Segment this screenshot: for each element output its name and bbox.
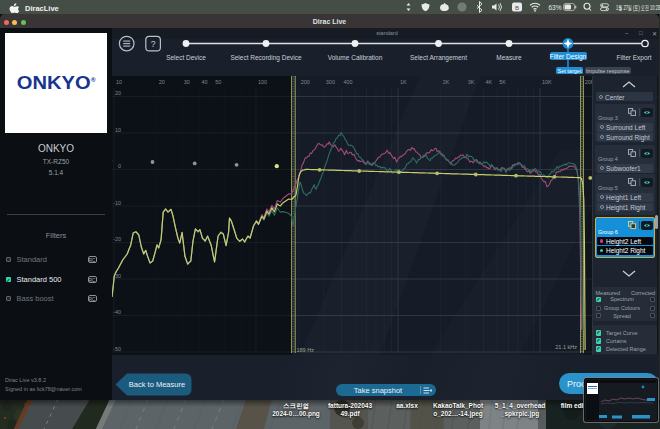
svg-text:0: 0	[118, 163, 121, 169]
svg-text:5K: 5K	[499, 79, 506, 85]
svg-text:3K: 3K	[468, 79, 475, 85]
svg-text:21.1 kHz: 21.1 kHz	[555, 344, 577, 350]
svg-text:B: B	[515, 5, 519, 11]
svg-text:1K: 1K	[400, 79, 407, 85]
svg-text:-20: -20	[113, 236, 121, 242]
svg-text:100: 100	[258, 79, 267, 85]
svg-text:30: 30	[184, 79, 190, 85]
svg-text:63%: 63%	[548, 4, 561, 11]
svg-text:Back to Measure: Back to Measure	[129, 380, 185, 389]
svg-text:-10: -10	[113, 200, 121, 206]
svg-text:10: 10	[116, 79, 122, 85]
svg-text:4K: 4K	[486, 79, 493, 85]
svg-text:-40: -40	[113, 309, 121, 315]
svg-text:-50: -50	[113, 346, 121, 352]
svg-text:50: 50	[215, 79, 221, 85]
svg-text:?: ?	[151, 39, 156, 49]
svg-text:2K: 2K	[443, 79, 450, 85]
svg-text:189 Hz: 189 Hz	[297, 347, 315, 353]
svg-text:20: 20	[115, 90, 121, 96]
svg-text:40: 40	[202, 79, 208, 85]
svg-text:10K: 10K	[542, 79, 552, 85]
svg-text:300: 300	[326, 79, 335, 85]
svg-text:400: 400	[344, 79, 353, 85]
svg-text:200: 200	[301, 79, 310, 85]
svg-text:20: 20	[159, 79, 165, 85]
svg-text:10: 10	[115, 127, 121, 133]
